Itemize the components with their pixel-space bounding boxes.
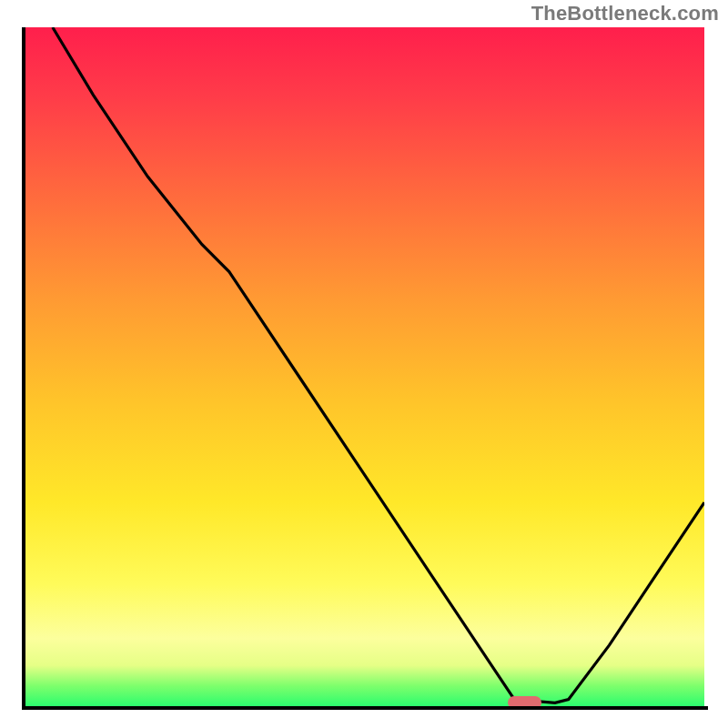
optimum-marker xyxy=(508,696,541,706)
watermark-text: TheBottleneck.com xyxy=(531,2,719,25)
bottleneck-curve xyxy=(25,27,704,706)
curve-path xyxy=(53,27,704,703)
plot-area xyxy=(25,27,704,706)
y-axis xyxy=(22,27,25,710)
x-axis xyxy=(22,706,708,710)
chart-container: TheBottleneck.com xyxy=(0,0,728,728)
